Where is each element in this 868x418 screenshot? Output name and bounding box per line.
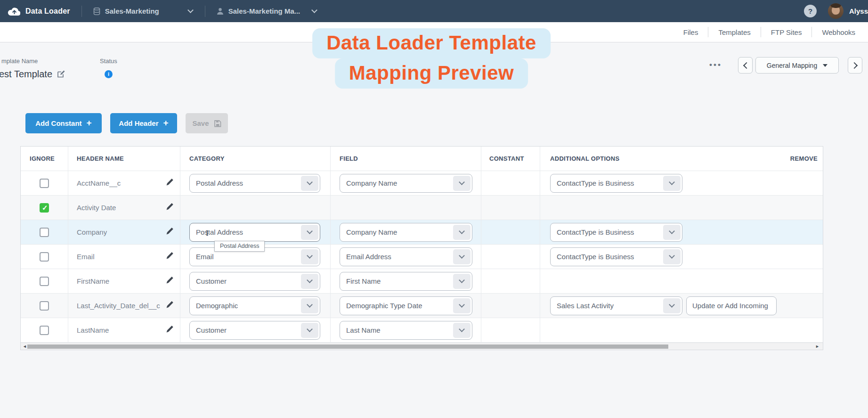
chevron-down-icon: [453, 225, 471, 240]
header-name-label: Activity Date: [77, 204, 116, 212]
table-row: Last_Activity_Date_del__c Demographic De…: [21, 294, 823, 318]
save-label: Save: [192, 119, 209, 127]
additional-options-select-value: ContactType is Business: [557, 179, 634, 187]
subnav-tabs: Files Templates FTP Sites Webhooks: [673, 22, 865, 42]
header-name-cell: Last_Activity_Date_del__c: [68, 294, 180, 318]
field-cell: [331, 196, 481, 220]
field-select-value: Company Name: [346, 228, 397, 236]
app-title: Data Loader: [25, 7, 70, 16]
ignore-cell: [21, 294, 68, 318]
additional-extra-box[interactable]: Update or Add Incoming: [686, 296, 777, 315]
field-select[interactable]: Company Name: [340, 223, 472, 242]
add-constant-button[interactable]: Add Constant +: [25, 113, 102, 133]
ignore-checkbox[interactable]: [40, 252, 49, 262]
add-constant-label: Add Constant: [35, 119, 81, 127]
overlay-title-line2: Mapping Preview: [335, 58, 528, 89]
save-button[interactable]: Save: [186, 113, 228, 133]
field-select[interactable]: Company Name: [340, 174, 472, 193]
additional-options-cell: [540, 269, 823, 293]
field-select[interactable]: Email Address: [340, 247, 472, 266]
chevron-down-icon: [453, 274, 471, 289]
ignore-cell: [21, 220, 68, 244]
workspace-label: Sales-Marketing: [105, 7, 159, 15]
category-select-value: Demographic: [196, 302, 238, 310]
ignore-checkbox[interactable]: [40, 326, 49, 335]
profile-label: Sales-Marketing Ma...: [228, 7, 300, 15]
ignore-checkbox[interactable]: [40, 277, 49, 286]
scroll-left-arrow[interactable]: ◄: [23, 344, 27, 350]
category-select[interactable]: Demographic: [189, 296, 320, 315]
additional-options-select[interactable]: ContactType is Business: [550, 174, 682, 193]
field-select-value: First Name: [346, 277, 381, 285]
edit-template-name-icon[interactable]: [57, 70, 65, 79]
field-select-value: Company Name: [346, 179, 397, 187]
database-icon: [93, 8, 100, 15]
ignore-checkbox[interactable]: [40, 228, 49, 237]
category-select-value: Email: [196, 253, 214, 261]
edit-pencil-icon[interactable]: [166, 203, 174, 213]
additional-options-select[interactable]: ContactType is Business: [550, 223, 682, 242]
category-select-value: Postal Address: [196, 179, 243, 187]
additional-options-cell: ContactType is Business: [540, 220, 823, 244]
previous-mapping-button[interactable]: [738, 57, 753, 74]
field-select[interactable]: Last Name: [340, 321, 472, 340]
ignore-checkbox[interactable]: [40, 203, 49, 213]
category-select[interactable]: Postal Address: [189, 223, 320, 242]
table-row: Email Email Email Address ContactType is…: [21, 245, 823, 269]
ignore-checkbox[interactable]: [40, 179, 49, 188]
next-mapping-button[interactable]: [848, 57, 862, 74]
additional-options-select[interactable]: Sales Last Activity: [550, 296, 682, 315]
help-button[interactable]: ?: [804, 5, 817, 17]
tab-files[interactable]: Files: [673, 28, 708, 36]
edit-pencil-icon[interactable]: [166, 178, 174, 188]
edit-pencil-icon[interactable]: [166, 325, 174, 335]
more-options-button[interactable]: •••: [709, 60, 722, 70]
header-name-label: AcctName__c: [77, 179, 121, 187]
scroll-right-arrow[interactable]: ►: [815, 344, 819, 350]
edit-pencil-icon[interactable]: [166, 301, 174, 311]
chevron-down-icon: [453, 176, 471, 191]
category-select-value: Postal Address: [196, 228, 243, 236]
field-select[interactable]: Demographic Type Date: [340, 296, 472, 315]
add-header-button[interactable]: Add Header +: [110, 113, 177, 133]
edit-pencil-icon[interactable]: [166, 276, 174, 286]
category-cell: Postal Address: [180, 171, 331, 195]
header-name-cell: Email: [68, 245, 180, 269]
field-select-value: Last Name: [346, 326, 381, 334]
ignore-checkbox[interactable]: [40, 301, 49, 311]
category-select[interactable]: Customer: [189, 272, 320, 291]
avatar[interactable]: [828, 3, 844, 19]
mapping-selector-dropdown[interactable]: General Mapping: [755, 57, 839, 74]
app-window: Data Loader Sales-Marketing Sales-Market…: [0, 0, 868, 418]
category-select[interactable]: Customer: [189, 321, 320, 340]
additional-options-select-value: ContactType is Business: [557, 253, 634, 261]
scrollbar-thumb[interactable]: [27, 344, 668, 349]
tab-templates[interactable]: Templates: [708, 28, 760, 36]
status-info-icon[interactable]: i: [105, 70, 113, 78]
constant-cell: [481, 196, 540, 220]
add-header-label: Add Header: [119, 119, 158, 127]
category-select[interactable]: Postal Address: [189, 174, 320, 193]
header-name-label: LastName: [77, 326, 109, 334]
category-select-value: Customer: [196, 277, 227, 285]
tab-webhooks[interactable]: Webhooks: [812, 28, 865, 36]
constant-cell: [481, 318, 540, 342]
toolbar: Add Constant + Add Header + Save: [25, 113, 228, 133]
edit-pencil-icon[interactable]: [166, 252, 174, 262]
user-name: Alyss: [849, 7, 868, 15]
category-cell: Customer: [180, 269, 331, 293]
category-cell: Demographic: [180, 294, 331, 318]
constant-cell: [481, 269, 540, 293]
workspace-selector[interactable]: Sales-Marketing: [82, 7, 205, 15]
additional-options-select[interactable]: ContactType is Business: [550, 247, 682, 266]
save-disk-icon: [214, 120, 221, 127]
category-cell: Postal Address I Postal Address: [180, 220, 331, 244]
constant-cell: [481, 220, 540, 244]
tab-ftp-sites[interactable]: FTP Sites: [761, 28, 812, 36]
ignore-cell: [21, 171, 68, 195]
header-name-label: Company: [77, 228, 107, 236]
category-cell: [180, 196, 331, 220]
edit-pencil-icon[interactable]: [166, 227, 174, 237]
profile-selector[interactable]: Sales-Marketing Ma...: [205, 7, 329, 15]
field-select[interactable]: First Name: [340, 272, 472, 291]
